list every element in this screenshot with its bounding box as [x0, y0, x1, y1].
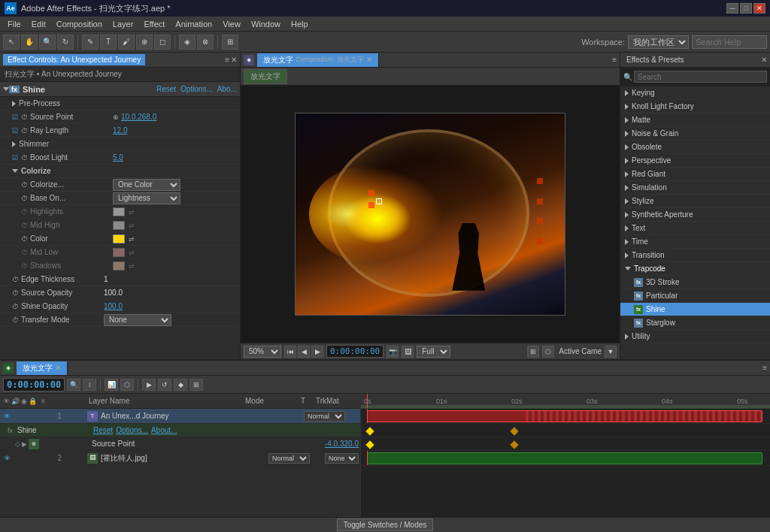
shine-opacity-stopwatch[interactable]: ⏱ — [12, 303, 19, 310]
timeline-graph-btn[interactable]: 📊 — [105, 379, 118, 391]
colorize-mode-select[interactable]: One Color — [113, 179, 180, 191]
cat-utility[interactable]: Utility — [620, 330, 770, 343]
timeline-tab[interactable]: 放光文字 ✕ — [17, 361, 68, 375]
prev-frame-btn[interactable]: ◀ — [298, 346, 310, 358]
brush-tool[interactable]: 🖌 — [118, 35, 135, 50]
effects-panel-menu[interactable]: ✕ — [761, 56, 767, 64]
composition-tab-close[interactable]: ✕ — [366, 56, 372, 64]
base-on-stopwatch[interactable]: ⏱ — [21, 195, 28, 202]
timeline-marker-btn[interactable]: ◆ — [174, 379, 187, 391]
timeline-play-btn[interactable]: ▶ — [142, 379, 156, 391]
menu-layer[interactable]: Layer — [108, 18, 138, 30]
base-on-row[interactable]: ⏱ Base On... Lightness — [0, 192, 240, 205]
timeline-panel-menu[interactable]: ≡ — [762, 364, 767, 372]
track-1-bar[interactable] — [367, 410, 762, 422]
fx-about-link[interactable]: About... — [151, 426, 177, 434]
close-button[interactable]: ✕ — [753, 3, 765, 14]
source-opacity-stopwatch[interactable]: ⏱ — [12, 289, 19, 297]
about-link[interactable]: Abo... — [217, 85, 237, 93]
layer-2-solo[interactable] — [26, 453, 36, 464]
transfer-mode-row[interactable]: ⏱ Transfer Mode None — [0, 313, 240, 327]
edge-thickness-stopwatch[interactable]: ⏱ — [12, 276, 19, 283]
source-pt-expand[interactable]: ▶ — [22, 440, 27, 448]
workspace-select[interactable]: 我的工作区 — [628, 35, 689, 49]
edge-thickness-value[interactable]: 1 — [104, 275, 237, 283]
colorize-mode-row[interactable]: ⏱ Colorize... One Color — [0, 178, 240, 192]
source-point-checkbox[interactable]: ☑ — [12, 113, 18, 121]
rotate-tool[interactable]: ↻ — [57, 35, 74, 50]
timeline-work-area-btn[interactable]: ⊞ — [189, 379, 203, 391]
search-help-input[interactable] — [692, 35, 767, 49]
shine-opacity-value[interactable]: 100.0 — [104, 302, 237, 310]
ray-length-stopwatch[interactable]: ⏱ — [21, 127, 28, 135]
clone-tool[interactable]: ⊕ — [136, 35, 153, 50]
reset-link[interactable]: Reset — [156, 85, 176, 93]
source-pt-diamond-left[interactable]: ◇ — [15, 440, 20, 448]
menu-window[interactable]: Window — [247, 18, 285, 30]
color-row[interactable]: ⏱ Color ⇌ — [0, 232, 240, 246]
cat-transition[interactable]: Transition — [620, 249, 770, 262]
maximize-button[interactable]: □ — [740, 3, 752, 14]
ray-length-value[interactable]: 12.0 — [113, 126, 237, 135]
subitem-particular[interactable]: fx Particular — [620, 289, 770, 303]
layer-1-row[interactable]: 👁 1 T An Unex...d Journey Normal — [0, 409, 360, 424]
cat-keying[interactable]: Keying — [620, 86, 770, 100]
cat-red-giant[interactable]: Red Giant — [620, 168, 770, 181]
source-point-timeline-row[interactable]: ◇ ▶ ⊕ Source Point -4.0,320.0 — [0, 437, 360, 451]
source-point-stopwatch[interactable]: ⏱ — [21, 113, 28, 121]
cat-trapcode[interactable]: Trapcode — [620, 262, 770, 276]
cat-time[interactable]: Time — [620, 235, 770, 249]
select-tool[interactable]: ↖ — [3, 35, 20, 50]
menu-composition[interactable]: Composition — [52, 18, 107, 30]
timeline-tool-1[interactable]: ↕ — [83, 379, 96, 391]
color-stopwatch[interactable]: ⏱ — [21, 235, 28, 243]
transfer-mode-stopwatch[interactable]: ⏱ — [12, 316, 19, 324]
keyframe-sp-1[interactable] — [365, 440, 374, 449]
cat-obsolete[interactable]: Obsolete — [620, 141, 770, 154]
ray-length-checkbox[interactable]: ☑ — [12, 127, 18, 135]
grid-btn[interactable]: ⊞ — [527, 346, 539, 358]
hand-tool[interactable]: ✋ — [21, 35, 38, 50]
layer-2-audio[interactable] — [14, 453, 24, 464]
composition-tab[interactable]: 放光文字 Composition: 放光文字 ✕ — [257, 53, 379, 67]
first-frame-btn[interactable]: ⏮ — [284, 346, 296, 358]
layer-2-eye[interactable]: 👁 — [2, 453, 12, 464]
subitem-starglow[interactable]: fx Starglow — [620, 316, 770, 330]
colorize-section-row[interactable]: Colorize — [0, 165, 240, 178]
panel-menu-icon[interactable]: ≡ — [225, 56, 229, 64]
cat-perspective[interactable]: Perspective — [620, 154, 770, 168]
ray-length-row[interactable]: ☑ ⏱ Ray Length 12.0 — [0, 124, 240, 138]
options-link[interactable]: Options... — [180, 85, 213, 93]
track-2-bar[interactable] — [367, 452, 762, 464]
show-snapshot-btn[interactable]: 🖼 — [402, 346, 414, 358]
timeline-loop-btn[interactable]: ↺ — [158, 379, 171, 391]
colorize-mode-stopwatch[interactable]: ⏱ — [21, 181, 28, 189]
shimmer-row[interactable]: Shimmer — [0, 138, 240, 151]
shine-opacity-row[interactable]: ⏱ Shine Opacity 100.0 — [0, 300, 240, 313]
quality-select[interactable]: Full — [417, 346, 450, 358]
boost-light-checkbox[interactable]: ☑ — [12, 154, 18, 162]
timeline-keyframe-btn[interactable]: ⬡ — [120, 379, 134, 391]
color-swatch[interactable] — [113, 234, 125, 243]
layer-2-row[interactable]: 👁 2 🖼 [霍比特人.jpg] Normal None — [0, 451, 360, 466]
toggle-switches-modes-btn[interactable]: Toggle Switches / Modes — [337, 518, 434, 531]
playhead[interactable] — [367, 394, 368, 408]
source-pt-value[interactable]: -4.0,320.0 — [325, 440, 359, 448]
eraser-tool[interactable]: ◻ — [154, 35, 171, 50]
source-point-value[interactable]: 10.0,268.0 — [121, 113, 237, 121]
layer-1-audio[interactable] — [14, 411, 24, 422]
menu-edit[interactable]: Edit — [27, 18, 50, 30]
fx-reset-link[interactable]: Reset — [93, 426, 113, 434]
boost-light-value[interactable]: 5.0 — [113, 153, 237, 162]
minimize-button[interactable]: ─ — [726, 3, 738, 14]
time-display[interactable]: 0:00:00:00 — [326, 345, 383, 358]
view-options-btn[interactable]: ▼ — [605, 346, 617, 358]
pre-process-row[interactable]: Pre-Process — [0, 97, 240, 110]
align-tool[interactable]: ⊞ — [222, 35, 238, 50]
subitem-shine[interactable]: fx Shine — [620, 303, 770, 316]
text-tool[interactable]: T — [100, 35, 117, 50]
3d-view-btn[interactable]: ⬡ — [542, 346, 554, 358]
layer-1-solo[interactable] — [26, 411, 36, 422]
source-opacity-value[interactable]: 100.0 — [104, 289, 237, 297]
comp-panel-menu[interactable]: ≡ — [612, 56, 617, 64]
